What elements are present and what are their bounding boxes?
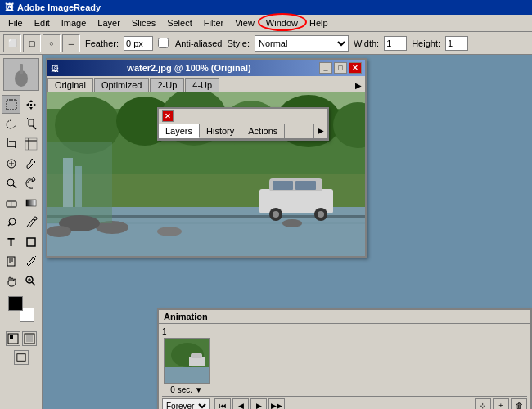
brush-tool[interactable] bbox=[21, 154, 40, 173]
tab-optimized[interactable]: Optimized bbox=[94, 78, 150, 92]
first-frame-btn[interactable]: ⏮ bbox=[214, 398, 231, 409]
svg-rect-60 bbox=[75, 166, 82, 207]
svg-point-57 bbox=[318, 211, 324, 218]
prev-frame-btn[interactable]: ◀ bbox=[232, 398, 249, 409]
menu-filter[interactable]: Filter bbox=[199, 16, 228, 29]
svg-rect-9 bbox=[25, 138, 37, 150]
elliptical-btn[interactable]: ○ bbox=[43, 34, 61, 52]
rectangular-marquee-tool[interactable] bbox=[2, 95, 20, 114]
svg-rect-34 bbox=[16, 354, 25, 362]
svg-line-18 bbox=[8, 223, 11, 226]
tab-original[interactable]: Original bbox=[47, 78, 93, 92]
options-bar: ⬜ ▢ ○ ═ Feather: Anti-aliased Style: Nor… bbox=[0, 32, 532, 55]
standard-screen-btn[interactable] bbox=[14, 350, 29, 365]
menu-image[interactable]: Image bbox=[56, 16, 92, 29]
lasso-tool[interactable] bbox=[2, 115, 20, 133]
layers-panel-arrow[interactable]: ▶ bbox=[313, 124, 327, 138]
dodge-tool[interactable] bbox=[2, 213, 20, 231]
layers-close-button[interactable]: ✕ bbox=[162, 110, 174, 122]
loop-select[interactable]: Forever Once 3 Times bbox=[162, 398, 210, 409]
anti-aliased-label: Anti-aliased bbox=[175, 38, 222, 48]
hand-tool[interactable] bbox=[2, 272, 20, 290]
workspace: T bbox=[0, 55, 532, 409]
svg-rect-5 bbox=[29, 119, 34, 126]
svg-line-4 bbox=[33, 126, 36, 129]
tween-btn[interactable]: ⊹ bbox=[475, 398, 491, 409]
gradient-tool[interactable] bbox=[21, 193, 40, 212]
tool-row-2 bbox=[2, 115, 40, 133]
layers-tab[interactable]: Layers bbox=[159, 124, 200, 138]
window-buttons: _ □ ✕ bbox=[319, 62, 362, 74]
row-btn[interactable]: ═ bbox=[62, 34, 80, 52]
anti-aliased-checkbox[interactable] bbox=[158, 38, 169, 48]
layers-tabs: Layers History Actions ▶ bbox=[159, 124, 327, 139]
history-brush-tool[interactable] bbox=[21, 173, 40, 192]
notes-tool[interactable] bbox=[2, 252, 20, 271]
svg-rect-59 bbox=[63, 158, 73, 207]
maximize-button[interactable]: □ bbox=[334, 62, 347, 74]
shape-tool[interactable] bbox=[21, 232, 40, 251]
feather-label: Feather: bbox=[85, 38, 119, 48]
tool-row-3 bbox=[2, 134, 40, 153]
style-select[interactable]: Normal Fixed Aspect Ratio Fixed Size bbox=[255, 35, 349, 52]
height-input[interactable] bbox=[445, 36, 468, 51]
anim-loop-group: Forever Once 3 Times bbox=[162, 398, 210, 409]
history-tab[interactable]: History bbox=[200, 124, 241, 138]
quick-mask-btn[interactable] bbox=[22, 331, 37, 346]
delete-frame-btn[interactable]: 🗑 bbox=[511, 398, 527, 409]
menu-slices[interactable]: Slices bbox=[127, 16, 160, 29]
frame-thumbnail[interactable] bbox=[164, 338, 210, 384]
magic-wand-tool[interactable] bbox=[21, 115, 40, 133]
healing-brush-tool[interactable] bbox=[2, 154, 20, 173]
svg-line-25 bbox=[35, 256, 36, 257]
pen-tool[interactable] bbox=[21, 213, 40, 231]
menu-file[interactable]: File bbox=[3, 16, 28, 29]
play-btn[interactable]: ▶ bbox=[250, 398, 267, 409]
close-button[interactable]: ✕ bbox=[349, 62, 362, 74]
normal-mode-btn[interactable] bbox=[6, 331, 20, 346]
feather-input[interactable] bbox=[124, 36, 153, 51]
svg-rect-67 bbox=[191, 353, 202, 358]
tool-row-6 bbox=[2, 193, 40, 212]
minimize-button[interactable]: _ bbox=[319, 62, 332, 74]
brush-preview bbox=[3, 58, 39, 91]
menu-bar: File Edit Image Layer Slices Select Filt… bbox=[0, 15, 532, 32]
svg-rect-31 bbox=[10, 335, 13, 339]
rounded-rect-btn[interactable]: ▢ bbox=[23, 34, 41, 52]
menu-edit[interactable]: Edit bbox=[29, 16, 55, 29]
actions-tab[interactable]: Actions bbox=[241, 124, 285, 138]
width-input[interactable] bbox=[384, 36, 407, 51]
crop-tool[interactable] bbox=[2, 134, 20, 153]
rect-marquee-btn[interactable]: ⬜ bbox=[3, 34, 21, 52]
menu-window[interactable]: Window bbox=[261, 16, 303, 29]
slice-tool[interactable] bbox=[21, 134, 40, 153]
document-window: 🖼 water2.jpg @ 100% (Original) _ □ ✕ Ori… bbox=[46, 58, 367, 258]
app-icon: 🖼 bbox=[5, 2, 14, 12]
tab-arrow[interactable]: ▶ bbox=[352, 79, 365, 92]
tab-2up[interactable]: 2-Up bbox=[150, 78, 184, 92]
menu-layer[interactable]: Layer bbox=[92, 16, 125, 29]
menu-select[interactable]: Select bbox=[162, 16, 197, 29]
toolbox: T bbox=[0, 55, 43, 409]
canvas-area: 🖼 water2.jpg @ 100% (Original) _ □ ✕ Ori… bbox=[43, 55, 532, 409]
svg-point-19 bbox=[34, 217, 37, 220]
eyedropper-tool[interactable] bbox=[21, 252, 40, 271]
new-frame-btn[interactable]: + bbox=[493, 398, 509, 409]
tool-row-1 bbox=[2, 95, 40, 114]
menu-view[interactable]: View bbox=[230, 16, 259, 29]
next-frame-btn[interactable]: ▶▶ bbox=[268, 398, 285, 409]
text-tool[interactable]: T bbox=[2, 232, 20, 251]
zoom-tool[interactable] bbox=[21, 272, 40, 290]
frame-time: 0 sec. ▼ bbox=[170, 385, 202, 394]
move-tool[interactable] bbox=[21, 95, 40, 114]
tab-4up[interactable]: 4-Up bbox=[185, 78, 219, 92]
clone-stamp-tool[interactable] bbox=[2, 173, 20, 192]
tool-row-10 bbox=[2, 272, 40, 290]
svg-rect-20 bbox=[27, 238, 35, 246]
eraser-tool[interactable] bbox=[2, 193, 20, 212]
mask-buttons bbox=[2, 331, 40, 346]
anim-title: Animation bbox=[164, 312, 208, 321]
fg-color-swatch[interactable] bbox=[8, 296, 23, 311]
menu-help[interactable]: Help bbox=[304, 16, 333, 29]
doc-titlebar: 🖼 water2.jpg @ 100% (Original) _ □ ✕ bbox=[47, 60, 365, 76]
